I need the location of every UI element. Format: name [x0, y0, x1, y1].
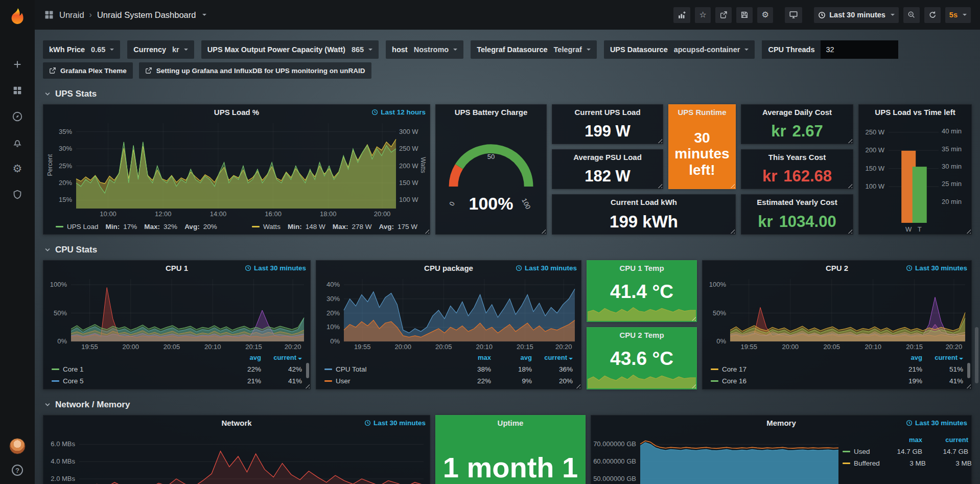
- panel-title[interactable]: Memory: [766, 419, 796, 427]
- battery-gauge[interactable]: 0 50 100 100%: [436, 119, 546, 234]
- legend-series[interactable]: WattsMin:148 WMax:278 WAvg:175 W: [252, 223, 417, 231]
- save-dashboard-button[interactable]: [736, 7, 753, 23]
- mark-favorite-button[interactable]: ☆: [695, 7, 711, 23]
- panel-title[interactable]: CPU 2: [826, 264, 848, 272]
- dashboard-grid-icon[interactable]: [44, 10, 54, 20]
- panel-title[interactable]: UPS Load vs Time left: [875, 108, 955, 117]
- y-axis-tick: 100 W: [399, 196, 430, 203]
- legend-sort-header[interactable]: current: [922, 354, 963, 361]
- legend-series-name[interactable]: Core 5: [52, 377, 220, 385]
- legend-sort-header[interactable]: avg: [881, 354, 922, 361]
- section-cpu-stats[interactable]: CPU Stats: [44, 245, 972, 255]
- panel-title[interactable]: CPU package: [424, 264, 473, 272]
- legend-series-name[interactable]: Used: [843, 448, 876, 455]
- legend-scrollbar[interactable]: [306, 363, 309, 378]
- legend-sort-header[interactable]: avg: [491, 354, 532, 361]
- sidebar-item-server-admin[interactable]: [11, 189, 24, 201]
- dashboard-settings-button[interactable]: ⚙: [757, 7, 773, 23]
- legend-stat-value: 278 W: [352, 223, 371, 231]
- legend-sort-header[interactable]: current: [532, 354, 573, 361]
- sidebar-item-dashboards[interactable]: [11, 84, 24, 97]
- panel-title[interactable]: This Years Cost: [768, 153, 826, 162]
- link-grafana-influxdb-guide[interactable]: Setting up Grafana and InfluxDB for UPS …: [139, 62, 371, 79]
- sidebar-item-create[interactable]: [11, 58, 24, 71]
- panel-current-ups-load: Current UPS Load 199 W: [552, 104, 663, 144]
- legend-series-name[interactable]: Buffered: [843, 459, 880, 467]
- breadcrumb-app[interactable]: Unraid: [59, 10, 84, 20]
- panel-title[interactable]: UPS Runtime: [678, 108, 726, 117]
- legend-series-name[interactable]: CPU Total: [324, 365, 450, 373]
- panel-title[interactable]: UPS Load %: [214, 108, 259, 117]
- y-axis-tick: 20 min: [942, 198, 971, 205]
- legend-series-name[interactable]: Core 17: [711, 365, 881, 373]
- sidebar-item-alerting[interactable]: [11, 136, 24, 149]
- chevron-down-icon: [963, 14, 967, 16]
- memory-chart[interactable]: 70.000000 GB60.000000 GB50.000000 GB: [591, 430, 843, 484]
- panel-title[interactable]: CPU 2 Temp: [619, 331, 664, 339]
- user-avatar[interactable]: [9, 438, 26, 454]
- share-icon: [719, 11, 728, 19]
- main-area: Unraid › Unraid System Dashboard ☆: [35, 0, 980, 484]
- variable-label: Telegraf Datasource: [477, 45, 547, 54]
- legend-series[interactable]: UPS LoadMin:17%Max:32%Avg:20%: [56, 223, 217, 231]
- legend-sort-header[interactable]: max: [450, 354, 491, 361]
- share-dashboard-button[interactable]: [715, 7, 732, 23]
- cycle-view-mode-button[interactable]: [785, 7, 802, 23]
- section-ups-stats[interactable]: UPS Stats: [44, 89, 972, 99]
- panel-title[interactable]: CPU 1 Temp: [619, 264, 664, 272]
- legend-series-name[interactable]: Core 1: [52, 365, 220, 373]
- network-chart[interactable]: 6.0 MBs4.0 MBs2.0 MBs: [43, 430, 430, 484]
- variable-ups-max-output[interactable]: UPS Max Output Power Capacity (Watt) 865: [201, 40, 379, 59]
- legend-series-name[interactable]: Core 16: [711, 377, 881, 385]
- panel-title[interactable]: CPU 1: [166, 264, 188, 272]
- ups-load-chart[interactable]: 35%30%25%20%15%300 W250 W200 W150 W100 W…: [43, 119, 430, 219]
- variable-value: kr: [172, 45, 188, 54]
- legend-sort-header[interactable]: max: [876, 436, 922, 444]
- panel-title[interactable]: Current Load kWh: [611, 198, 677, 206]
- refresh-button[interactable]: [924, 7, 941, 23]
- sidebar-item-explore[interactable]: [11, 110, 24, 123]
- variable-kwh-price[interactable]: kWh Price 0.65: [43, 40, 120, 59]
- panel-cpu1-temp: CPU 1 Temp 41.4 °C: [587, 260, 697, 322]
- dashboard-scrollbar[interactable]: [975, 327, 978, 383]
- cpu-package-chart[interactable]: 40%30%20%10%0%19:5520:0020:0520:1020:152…: [316, 275, 581, 352]
- variable-telegraf-datasource[interactable]: Telegraf Datasource Telegraf: [471, 40, 597, 59]
- cpu2-chart[interactable]: 100%50%0%19:5520:0020:0520:1020:1520:20: [703, 275, 971, 352]
- variable-currency[interactable]: Currency kr: [127, 40, 194, 59]
- section-network-memory[interactable]: Network / Memory: [44, 400, 972, 410]
- add-panel-button[interactable]: [673, 7, 690, 23]
- help-icon[interactable]: ?: [12, 465, 23, 476]
- legend-sort-header[interactable]: current: [261, 354, 302, 361]
- link-grafana-plex-theme[interactable]: Grafana Plex Theme: [43, 62, 133, 79]
- panel-title[interactable]: Uptime: [498, 419, 524, 427]
- legend-sort-header[interactable]: current: [922, 436, 968, 444]
- panel-title[interactable]: Estimated Yearly Cost: [757, 198, 837, 206]
- clock-icon: [906, 265, 913, 271]
- y-axis-tick: 0%: [703, 337, 726, 345]
- panel-title[interactable]: UPS Battery Charge: [455, 108, 528, 117]
- ups-load-vs-time-chart[interactable]: WT250 W200 W150 W100 W40 min35 min30 min…: [859, 119, 971, 234]
- panel-title[interactable]: Average Daily Cost: [762, 108, 832, 117]
- dashboard-scroll-area: kWh Price 0.65 Currency kr UPS Max Outpu…: [35, 30, 980, 484]
- panel-title[interactable]: Current UPS Load: [574, 108, 640, 117]
- variable-host[interactable]: host Nostromo: [386, 40, 463, 59]
- cpu1-chart[interactable]: 100%50%0%19:5520:0020:0520:1020:1520:20: [43, 275, 310, 352]
- legend-series-marker: [324, 368, 332, 370]
- sort-caret-icon: [298, 358, 302, 360]
- cpu-threads-input[interactable]: [821, 40, 898, 59]
- legend-series-name[interactable]: User: [324, 377, 450, 385]
- legend-scrollbar[interactable]: [967, 363, 970, 378]
- breadcrumb-dashboard-title[interactable]: Unraid System Dashboard: [97, 10, 196, 20]
- variable-ups-datasource[interactable]: UPS Datasource apcupsd-container: [604, 40, 755, 59]
- panel-title[interactable]: Average PSU Load: [573, 153, 642, 162]
- y-axis-tick: 70.000000 GB: [591, 440, 636, 448]
- grafana-logo[interactable]: [6, 6, 29, 29]
- time-range-picker[interactable]: Last 30 minutes: [814, 7, 899, 23]
- panel-title[interactable]: Network: [221, 419, 251, 427]
- refresh-interval-picker[interactable]: 5s: [945, 7, 971, 23]
- cpu1-temp-sparkline: [588, 298, 696, 321]
- x-axis-tick: 18:00: [320, 210, 337, 218]
- zoom-out-button[interactable]: [903, 7, 920, 23]
- sidebar-item-configuration[interactable]: ⚙: [11, 163, 24, 175]
- legend-sort-header[interactable]: avg: [220, 354, 261, 361]
